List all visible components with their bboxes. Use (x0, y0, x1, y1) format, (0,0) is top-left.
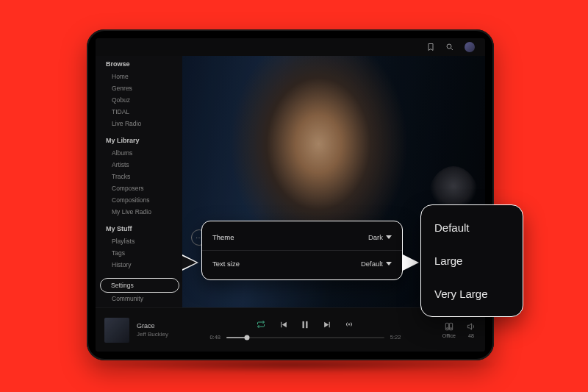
sidebar-section-mystuff: My Stuff (106, 225, 182, 232)
sidebar-item-composers[interactable]: Composers (106, 182, 182, 194)
avatar[interactable] (465, 42, 475, 52)
sidebar-item-community[interactable]: Community (106, 293, 182, 304)
svg-rect-2 (306, 321, 308, 327)
sidebar-item-genres[interactable]: Genres (106, 82, 182, 94)
speaker-group-icon (444, 321, 454, 332)
zone-label: Office (442, 333, 456, 338)
pause-button[interactable] (300, 319, 310, 329)
sidebar-item-artists[interactable]: Artists (106, 159, 182, 171)
volume-icon (466, 321, 476, 332)
settings-row-theme[interactable]: Theme Dark (202, 224, 402, 250)
track-title: Grace (137, 322, 168, 329)
settings-value-theme: Dark (368, 233, 383, 241)
sidebar-section-browse: Browse (106, 60, 182, 68)
sidebar-item-albums[interactable]: Albums (106, 147, 182, 159)
textsize-options-popover: Default Large Very Large (420, 204, 523, 317)
sidebar-item-tracks[interactable]: Tracks (106, 171, 182, 182)
textsize-option-verylarge[interactable]: Very Large (421, 277, 523, 310)
sidebar-item-support[interactable]: Support (106, 304, 182, 307)
sidebar-item-home[interactable]: Home (106, 71, 182, 82)
track-info: Grace Jeff Buckley (137, 322, 168, 338)
textsize-option-default[interactable]: Default (421, 211, 523, 244)
sidebar-item-tidal[interactable]: TIDAL (106, 106, 182, 118)
search-icon[interactable] (445, 43, 454, 51)
volume-control[interactable]: 48 (466, 321, 476, 338)
settings-label-theme: Theme (212, 233, 234, 241)
time-total: 5:22 (390, 334, 401, 341)
loop-button[interactable] (256, 319, 266, 329)
next-button[interactable] (322, 319, 332, 329)
sidebar-item-live-radio[interactable]: Live Radio (106, 118, 182, 129)
textsize-option-large[interactable]: Large (421, 244, 523, 277)
sidebar-item-history[interactable]: History (106, 259, 182, 271)
radio-button[interactable] (344, 319, 354, 329)
track-thumbnail[interactable] (104, 318, 129, 343)
svg-point-7 (451, 327, 452, 329)
sidebar-item-tags[interactable]: Tags (106, 247, 182, 259)
svg-point-3 (348, 324, 350, 325)
prev-button[interactable] (278, 319, 288, 329)
zone-picker[interactable]: Office (442, 321, 456, 338)
svg-point-6 (446, 327, 448, 329)
track-artist: Jeff Buckley (137, 331, 168, 338)
volume-value: 48 (468, 333, 474, 338)
chevron-down-icon (386, 262, 392, 266)
sidebar-item-settings[interactable]: Settings (100, 278, 179, 293)
callout-arrow-2 (403, 254, 419, 271)
bookmark-icon[interactable] (426, 43, 435, 51)
progress-bar[interactable]: 0:48 5:22 (209, 334, 401, 341)
svg-point-0 (447, 44, 451, 49)
settings-panel: Theme Dark Text size Default (201, 221, 403, 280)
chevron-down-icon (386, 235, 392, 239)
sidebar-section-library: My Library (106, 137, 182, 144)
callout-arrow-1 (182, 254, 198, 271)
sidebar-item-my-live-radio[interactable]: My Live Radio (106, 206, 182, 218)
svg-rect-1 (303, 321, 304, 327)
time-elapsed: 0:48 (209, 334, 220, 341)
sidebar-item-compositions[interactable]: Compositions (106, 194, 182, 206)
sidebar-item-qobuz[interactable]: Qobuz (106, 94, 182, 106)
top-bar (96, 38, 485, 56)
settings-value-textsize: Default (361, 260, 383, 268)
settings-label-textsize: Text size (212, 260, 240, 268)
sidebar: Browse Home Genres Qobuz TIDAL Live Radi… (96, 56, 182, 307)
sidebar-item-playlists[interactable]: Playlists (106, 235, 182, 247)
settings-row-textsize[interactable]: Text size Default (202, 250, 402, 277)
